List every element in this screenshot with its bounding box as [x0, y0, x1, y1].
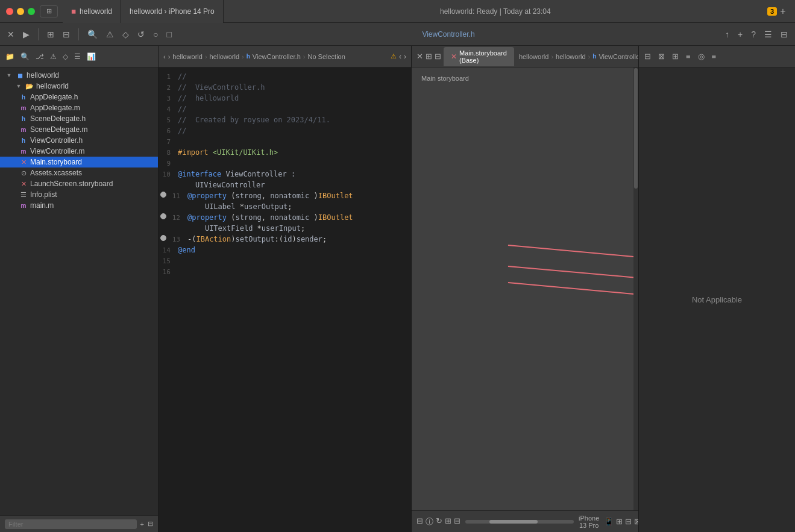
- maximize-button[interactable]: [28, 8, 35, 15]
- rpanel-size-icon[interactable]: ◎: [695, 50, 708, 63]
- sidebar-item-helloworld-group[interactable]: ▼ 📂 helloworld: [0, 81, 158, 92]
- code-line-10b: UIViewController: [159, 181, 411, 192]
- sidebar-item-assets[interactable]: ⊙ Assets.xcassets: [0, 167, 158, 178]
- sidebar-item-viewcontroller-m[interactable]: m ViewController.m: [0, 146, 158, 157]
- code-line-11b: UILabel *userOutput;: [159, 202, 411, 213]
- refresh-icon[interactable]: ↺: [135, 28, 147, 40]
- breadcrumb-helloworld2[interactable]: helloworld: [210, 53, 240, 60]
- code-line-2: 2 // ViewController.h: [159, 83, 411, 94]
- stop-icon[interactable]: ✕: [5, 28, 17, 40]
- sidebar-toggle[interactable]: ⊞: [40, 5, 58, 17]
- sidebar-item-scenedelegate-m[interactable]: m SceneDelegate.m: [0, 124, 158, 135]
- sidebar-sort-icon[interactable]: ⊟: [148, 520, 153, 528]
- storyboard-canvas[interactable]: Main storyboard → View Controller Scene: [412, 67, 638, 510]
- circle-icon[interactable]: ○: [151, 28, 160, 40]
- sidebar-item-launchscreen[interactable]: ✕ LaunchScreen.storyboard: [0, 178, 158, 189]
- rpanel-id-icon[interactable]: ⊞: [669, 50, 682, 63]
- chevron-down-icon-2: ▼: [14, 83, 23, 89]
- sidebar-git-icon[interactable]: ⎇: [34, 51, 46, 62]
- rpanel-quick-icon[interactable]: ⊠: [655, 50, 668, 63]
- breadcrumb-helloworld1[interactable]: helloworld: [172, 53, 203, 60]
- sidebar-folder-icon[interactable]: 📁: [4, 51, 16, 62]
- share-icon[interactable]: ↑: [723, 28, 732, 40]
- filter-input[interactable]: [5, 519, 137, 529]
- sidebar-item-appdelegate-h[interactable]: h AppDelegate.h: [0, 92, 158, 102]
- bottom-refresh-icon[interactable]: ↻: [436, 516, 442, 527]
- warning-badge[interactable]: 3: [767, 7, 777, 16]
- vertical-scrollbar[interactable]: [633, 67, 638, 510]
- sidebar-label-viewcontroller-m: ViewController.m: [30, 147, 84, 155]
- sidebar-item-main-storyboard[interactable]: ✕ Main.storyboard: [0, 157, 158, 167]
- warning-icon[interactable]: ⚠: [104, 28, 116, 40]
- sidebar-item-appdelegate-m[interactable]: m AppDelegate.m: [0, 102, 158, 113]
- sb-expand-icon[interactable]: ⊞: [426, 52, 432, 61]
- bottom-remove-icon[interactable]: ⊟: [454, 516, 460, 527]
- h-scroll-track[interactable]: [465, 520, 574, 524]
- sidebar-report-icon[interactable]: 📊: [85, 51, 98, 62]
- nav-right-icon[interactable]: ›: [404, 52, 406, 61]
- m-file-icon-3: m: [19, 148, 28, 155]
- h-scroll-thumb[interactable]: [489, 520, 538, 524]
- bottom-export-icon[interactable]: ⊠: [634, 517, 638, 526]
- question-icon[interactable]: ?: [749, 28, 758, 40]
- warning-nav-icon[interactable]: ⚠: [391, 52, 397, 60]
- tab-close-icon[interactable]: ✕: [451, 52, 457, 61]
- sidebar-debug-icon[interactable]: ☰: [72, 51, 83, 62]
- rpanel-attr-icon[interactable]: ≡: [683, 50, 694, 63]
- bottom-add-icon[interactable]: ⊞: [445, 516, 451, 527]
- scrollbar-thumb-v[interactable]: [634, 68, 638, 189]
- bottom-grid3-icon[interactable]: ⊞: [616, 517, 623, 526]
- outlet-marker-2[interactable]: [160, 213, 166, 219]
- sidebar-search-icon[interactable]: 🔍: [19, 51, 31, 62]
- sidebar-add-icon[interactable]: +: [140, 521, 144, 528]
- rpanel-conn-icon[interactable]: ≡: [709, 50, 720, 63]
- sb-nav-viewcontroller-h[interactable]: ViewController.h: [599, 53, 638, 60]
- sidebar-item-viewcontroller-h[interactable]: h ViewController.h: [0, 135, 158, 146]
- outlet-marker-1[interactable]: [160, 192, 166, 198]
- sidebar-item-info-plist[interactable]: ☰ Info.plist: [0, 189, 158, 200]
- inspector-icon[interactable]: ☰: [762, 28, 775, 40]
- grid-icon[interactable]: ⊞: [45, 28, 57, 40]
- sb-nav-helloworld[interactable]: helloworld: [519, 53, 549, 60]
- nav-left-icon[interactable]: ‹: [399, 52, 401, 61]
- tab-iphone14pro[interactable]: helloworld › iPhone 14 Pro: [121, 0, 224, 23]
- diamond-icon[interactable]: ◇: [120, 28, 131, 40]
- run-icon[interactable]: ▶: [20, 28, 32, 40]
- code-line-5: 5 // Created by roysue on 2023/4/11.: [159, 116, 411, 127]
- sb-close-icon[interactable]: ✕: [416, 52, 423, 61]
- square-icon[interactable]: □: [164, 28, 174, 40]
- bottom-device-icon[interactable]: 📱: [604, 517, 614, 526]
- panel-icon[interactable]: ⊟: [778, 28, 790, 40]
- rpanel-file-icon[interactable]: ⊟: [641, 50, 654, 63]
- back-icon[interactable]: ‹: [163, 53, 166, 60]
- canvas-label: Main storyboard: [421, 75, 469, 82]
- bottom-aspect-icon[interactable]: ⊟: [625, 517, 632, 526]
- minimize-button[interactable]: [17, 8, 24, 15]
- sidebar-test-icon[interactable]: ◇: [61, 51, 70, 62]
- add-tab-button[interactable]: +: [777, 5, 789, 17]
- sidebar-warning2-icon[interactable]: ⚠: [48, 51, 58, 62]
- sb-split-icon[interactable]: ⊟: [435, 52, 441, 61]
- layout-icon[interactable]: ⊟: [60, 28, 72, 40]
- storyboard-toolbar: ✕ ⊞ ⊟ ✕ Main.storyboard (Base) helloworl…: [412, 46, 638, 67]
- sidebar-item-scenedelegate-h[interactable]: h SceneDelegate.h: [0, 113, 158, 124]
- storyboard-tab[interactable]: ✕ Main.storyboard (Base): [444, 47, 514, 66]
- sb-nav-helloworld2[interactable]: helloworld: [556, 53, 586, 60]
- close-button[interactable]: [6, 8, 13, 15]
- sidebar-toolbar: 📁 🔍 ⎇ ⚠ ◇ ☰ 📊: [0, 46, 158, 67]
- forward-icon[interactable]: ›: [168, 53, 171, 60]
- action-marker[interactable]: [160, 235, 166, 241]
- search-icon[interactable]: 🔍: [85, 28, 100, 40]
- sidebar-item-main-m[interactable]: m main.m: [0, 200, 158, 211]
- h-file-icon-3: h: [19, 137, 28, 144]
- bottom-scene-icon[interactable]: ⊟: [416, 516, 423, 527]
- sidebar-item-helloworld-root[interactable]: ▼ ◼ helloworld: [0, 70, 158, 81]
- add-bookmark-icon[interactable]: +: [735, 28, 745, 40]
- tab-helloworld[interactable]: ◼ helloworld: [63, 0, 121, 23]
- h-file-icon: h: [19, 94, 28, 101]
- breadcrumb-no-selection[interactable]: No Selection: [307, 53, 345, 60]
- sb-nav-sep2: ›: [588, 53, 591, 60]
- code-line-12: 12 @property (strong, nonatomic )IBOutle…: [159, 213, 411, 224]
- bottom-info-icon[interactable]: ⓘ: [426, 516, 433, 527]
- breadcrumb-viewcontroller-h[interactable]: ViewController.h: [253, 53, 301, 60]
